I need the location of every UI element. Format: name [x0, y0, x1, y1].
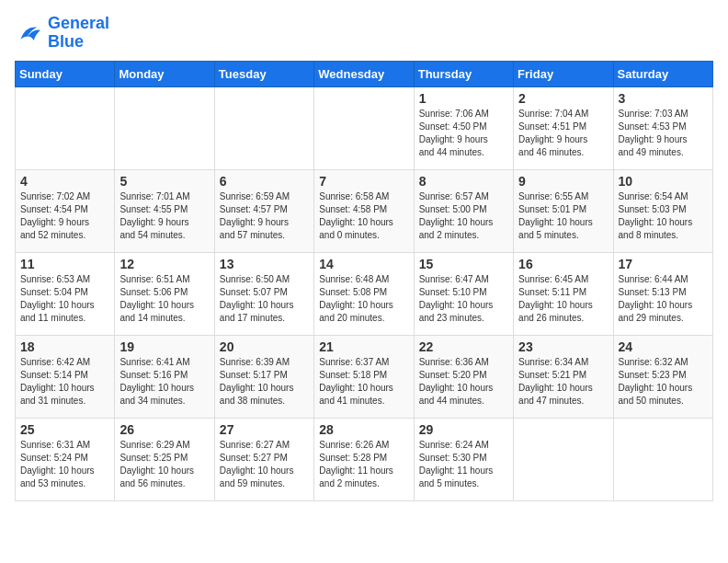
- calendar-cell: 2Sunrise: 7:04 AM Sunset: 4:51 PM Daylig…: [514, 86, 613, 169]
- day-number: 10: [619, 174, 708, 189]
- day-info: Sunrise: 6:27 AM Sunset: 5:27 PM Dayligh…: [220, 439, 309, 490]
- calendar-week-row: 18Sunrise: 6:42 AM Sunset: 5:14 PM Dayli…: [16, 335, 713, 418]
- calendar-table: SundayMondayTuesdayWednesdayThursdayFrid…: [15, 61, 713, 501]
- day-number: 26: [119, 422, 209, 437]
- calendar-cell: [514, 418, 613, 500]
- calendar-cell: [314, 86, 414, 169]
- day-info: Sunrise: 6:41 AM Sunset: 5:16 PM Dayligh…: [119, 356, 209, 408]
- day-number: 18: [20, 339, 109, 354]
- day-info: Sunrise: 6:58 AM Sunset: 4:58 PM Dayligh…: [319, 190, 408, 242]
- day-number: 25: [20, 422, 109, 437]
- day-info: Sunrise: 6:32 AM Sunset: 5:23 PM Dayligh…: [619, 356, 708, 408]
- calendar-cell: [16, 86, 115, 169]
- day-number: 6: [220, 174, 309, 189]
- calendar-cell: 6Sunrise: 6:59 AM Sunset: 4:57 PM Daylig…: [214, 169, 313, 252]
- day-info: Sunrise: 6:47 AM Sunset: 5:10 PM Dayligh…: [419, 273, 508, 325]
- weekday-header-row: SundayMondayTuesdayWednesdayThursdayFrid…: [16, 61, 713, 86]
- day-number: 20: [220, 339, 309, 354]
- day-info: Sunrise: 6:29 AM Sunset: 5:25 PM Dayligh…: [119, 439, 209, 490]
- calendar-cell: 18Sunrise: 6:42 AM Sunset: 5:14 PM Dayli…: [16, 335, 115, 418]
- day-info: Sunrise: 6:54 AM Sunset: 5:03 PM Dayligh…: [619, 190, 708, 242]
- day-info: Sunrise: 6:44 AM Sunset: 5:13 PM Dayligh…: [619, 273, 708, 325]
- day-info: Sunrise: 6:57 AM Sunset: 5:00 PM Dayligh…: [419, 190, 508, 242]
- calendar-cell: 12Sunrise: 6:51 AM Sunset: 5:06 PM Dayli…: [115, 252, 214, 335]
- calendar-cell: [214, 86, 313, 169]
- day-number: 19: [119, 339, 209, 354]
- day-info: Sunrise: 6:59 AM Sunset: 4:57 PM Dayligh…: [220, 190, 309, 242]
- day-number: 5: [119, 174, 209, 189]
- page-header: General Blue: [15, 15, 713, 52]
- day-info: Sunrise: 6:42 AM Sunset: 5:14 PM Dayligh…: [20, 356, 109, 408]
- day-info: Sunrise: 6:24 AM Sunset: 5:30 PM Dayligh…: [419, 439, 508, 490]
- calendar-cell: 21Sunrise: 6:37 AM Sunset: 5:18 PM Dayli…: [314, 335, 414, 418]
- calendar-cell: 4Sunrise: 7:02 AM Sunset: 4:54 PM Daylig…: [16, 169, 115, 252]
- calendar-cell: 5Sunrise: 7:01 AM Sunset: 4:55 PM Daylig…: [115, 169, 214, 252]
- weekday-header-wednesday: Wednesday: [314, 61, 414, 86]
- day-number: 29: [419, 422, 508, 437]
- weekday-header-tuesday: Tuesday: [214, 61, 313, 86]
- calendar-cell: 13Sunrise: 6:50 AM Sunset: 5:07 PM Dayli…: [214, 252, 313, 335]
- day-number: 11: [20, 257, 109, 271]
- day-number: 15: [419, 257, 508, 271]
- calendar-cell: 9Sunrise: 6:55 AM Sunset: 5:01 PM Daylig…: [514, 169, 613, 252]
- calendar-week-row: 1Sunrise: 7:06 AM Sunset: 4:50 PM Daylig…: [16, 86, 713, 169]
- calendar-cell: 25Sunrise: 6:31 AM Sunset: 5:24 PM Dayli…: [16, 418, 115, 500]
- calendar-cell: 10Sunrise: 6:54 AM Sunset: 5:03 PM Dayli…: [613, 169, 712, 252]
- calendar-cell: 24Sunrise: 6:32 AM Sunset: 5:23 PM Dayli…: [613, 335, 712, 418]
- calendar-week-row: 11Sunrise: 6:53 AM Sunset: 5:04 PM Dayli…: [16, 252, 713, 335]
- day-number: 27: [220, 422, 309, 437]
- calendar-cell: 16Sunrise: 6:45 AM Sunset: 5:11 PM Dayli…: [514, 252, 613, 335]
- calendar-cell: [613, 418, 712, 500]
- calendar-cell: 7Sunrise: 6:58 AM Sunset: 4:58 PM Daylig…: [314, 169, 414, 252]
- day-info: Sunrise: 7:01 AM Sunset: 4:55 PM Dayligh…: [119, 190, 209, 242]
- day-info: Sunrise: 6:51 AM Sunset: 5:06 PM Dayligh…: [119, 273, 209, 325]
- day-number: 21: [319, 339, 408, 354]
- calendar-cell: 3Sunrise: 7:03 AM Sunset: 4:53 PM Daylig…: [613, 86, 712, 169]
- day-number: 3: [619, 91, 708, 106]
- calendar-cell: 1Sunrise: 7:06 AM Sunset: 4:50 PM Daylig…: [414, 86, 513, 169]
- day-info: Sunrise: 7:02 AM Sunset: 4:54 PM Dayligh…: [20, 190, 109, 242]
- day-info: Sunrise: 6:50 AM Sunset: 5:07 PM Dayligh…: [220, 273, 309, 325]
- day-number: 9: [518, 174, 608, 189]
- calendar-cell: 23Sunrise: 6:34 AM Sunset: 5:21 PM Dayli…: [514, 335, 613, 418]
- weekday-header-monday: Monday: [115, 61, 214, 86]
- day-number: 2: [518, 91, 608, 106]
- day-number: 14: [319, 257, 408, 271]
- calendar-cell: 8Sunrise: 6:57 AM Sunset: 5:00 PM Daylig…: [414, 169, 513, 252]
- calendar-cell: 11Sunrise: 6:53 AM Sunset: 5:04 PM Dayli…: [16, 252, 115, 335]
- calendar-cell: 27Sunrise: 6:27 AM Sunset: 5:27 PM Dayli…: [214, 418, 313, 500]
- day-info: Sunrise: 6:31 AM Sunset: 5:24 PM Dayligh…: [20, 439, 109, 490]
- day-info: Sunrise: 6:45 AM Sunset: 5:11 PM Dayligh…: [518, 273, 608, 325]
- calendar-cell: 14Sunrise: 6:48 AM Sunset: 5:08 PM Dayli…: [314, 252, 414, 335]
- day-number: 13: [220, 257, 309, 271]
- weekday-header-sunday: Sunday: [16, 61, 115, 86]
- weekday-header-thursday: Thursday: [414, 61, 513, 86]
- day-number: 12: [119, 257, 209, 271]
- logo-text: General Blue: [48, 15, 109, 52]
- calendar-cell: 22Sunrise: 6:36 AM Sunset: 5:20 PM Dayli…: [414, 335, 513, 418]
- calendar-cell: 19Sunrise: 6:41 AM Sunset: 5:16 PM Dayli…: [115, 335, 214, 418]
- calendar-cell: 17Sunrise: 6:44 AM Sunset: 5:13 PM Dayli…: [613, 252, 712, 335]
- day-number: 7: [319, 174, 408, 189]
- day-number: 22: [419, 339, 508, 354]
- day-info: Sunrise: 6:53 AM Sunset: 5:04 PM Dayligh…: [20, 273, 109, 325]
- day-number: 4: [20, 174, 109, 189]
- calendar-cell: 20Sunrise: 6:39 AM Sunset: 5:17 PM Dayli…: [214, 335, 313, 418]
- day-info: Sunrise: 6:37 AM Sunset: 5:18 PM Dayligh…: [319, 356, 408, 408]
- day-number: 1: [419, 91, 508, 106]
- calendar-cell: [115, 86, 214, 169]
- logo: General Blue: [15, 15, 109, 52]
- calendar-cell: 29Sunrise: 6:24 AM Sunset: 5:30 PM Dayli…: [414, 418, 513, 500]
- day-number: 23: [518, 339, 608, 354]
- day-number: 17: [619, 257, 708, 271]
- day-info: Sunrise: 6:36 AM Sunset: 5:20 PM Dayligh…: [419, 356, 508, 408]
- day-info: Sunrise: 6:55 AM Sunset: 5:01 PM Dayligh…: [518, 190, 608, 242]
- day-info: Sunrise: 7:04 AM Sunset: 4:51 PM Dayligh…: [518, 108, 608, 159]
- weekday-header-friday: Friday: [514, 61, 613, 86]
- calendar-week-row: 25Sunrise: 6:31 AM Sunset: 5:24 PM Dayli…: [16, 418, 713, 500]
- day-number: 16: [518, 257, 608, 271]
- day-info: Sunrise: 6:26 AM Sunset: 5:28 PM Dayligh…: [319, 439, 408, 490]
- logo-icon: [15, 18, 44, 48]
- day-number: 28: [319, 422, 408, 437]
- day-info: Sunrise: 6:48 AM Sunset: 5:08 PM Dayligh…: [319, 273, 408, 325]
